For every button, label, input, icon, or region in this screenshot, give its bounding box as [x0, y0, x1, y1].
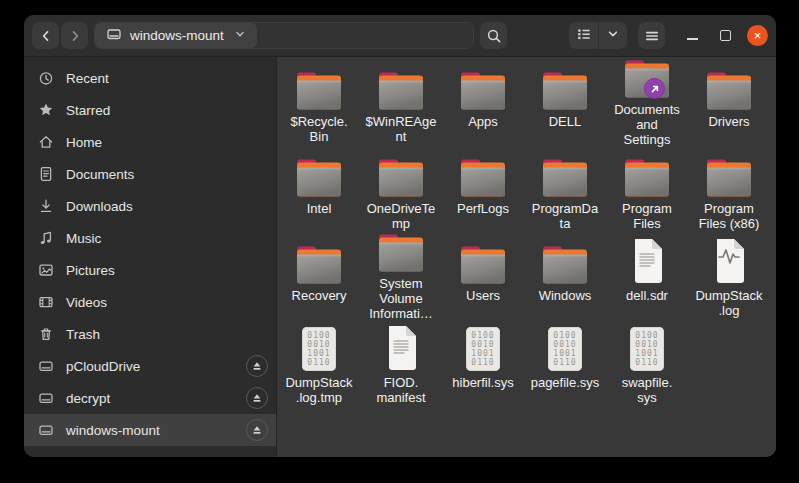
view-options-dropdown-button[interactable]: [598, 22, 627, 49]
file-label: swapfile. sys: [622, 375, 673, 405]
back-button[interactable]: [32, 22, 59, 49]
eject-button[interactable]: [246, 387, 268, 409]
file-item[interactable]: System Volume Informati…: [360, 234, 442, 321]
file-item[interactable]: Users: [442, 234, 524, 321]
file-label: Program Files: [622, 201, 672, 231]
file-item[interactable]: 0100 0010 1001 0110 swapfile. sys: [606, 321, 688, 408]
text-file-icon: [629, 238, 665, 284]
path-label: windows-mount: [130, 28, 224, 43]
sidebar-item-label: Recent: [66, 71, 109, 86]
binary-file-icon: 0100 0010 1001 0110: [302, 327, 336, 371]
sidebar-item-label: decrypt: [66, 391, 110, 406]
file-item[interactable]: DELL: [524, 60, 606, 147]
folder-icon: [460, 246, 506, 284]
sidebar-item-music[interactable]: Music: [24, 222, 276, 254]
sidebar-item-pclouddrive[interactable]: pCloudDrive: [24, 350, 276, 382]
sidebar-item-trash[interactable]: Trash: [24, 318, 276, 350]
sidebar-item-recent[interactable]: Recent: [24, 62, 276, 94]
folder-icon: [542, 159, 588, 197]
hamburger-menu-button[interactable]: [638, 22, 665, 49]
binary-file-icon: 0100 0010 1001 0110: [548, 327, 582, 371]
folder-icon: [460, 159, 506, 197]
folder-icon: [296, 159, 342, 197]
maximize-button[interactable]: [714, 22, 736, 49]
current-location-button[interactable]: windows-mount: [95, 23, 257, 48]
sidebar-item-label: windows-mount: [66, 423, 160, 438]
file-item[interactable]: OneDriveTe mp: [360, 147, 442, 234]
sidebar-item-label: Downloads: [66, 199, 133, 214]
file-item[interactable]: Intel: [278, 147, 360, 234]
drive-icon: [38, 390, 54, 406]
download-icon: [38, 198, 54, 214]
file-item[interactable]: ProgramDa ta: [524, 147, 606, 234]
eject-icon: [251, 360, 263, 372]
list-view-button[interactable]: [569, 22, 598, 49]
file-item[interactable]: FIOD. manifest: [360, 321, 442, 408]
file-item[interactable]: 0100 0010 1001 0110 hiberfil.sys: [442, 321, 524, 408]
search-icon: [486, 28, 502, 44]
sidebar-item-label: Home: [66, 135, 102, 150]
folder-icon: [378, 72, 424, 110]
sidebar-item-documents[interactable]: Documents: [24, 158, 276, 190]
file-item[interactable]: Program Files: [606, 147, 688, 234]
file-item[interactable]: 0100 0010 1001 0110 pagefile.sys: [524, 321, 606, 408]
sidebar-item-decrypt[interactable]: decrypt: [24, 382, 276, 414]
chevron-right-icon: [67, 28, 83, 44]
file-item[interactable]: Documents and Settings: [606, 60, 688, 147]
file-label: Program Files (x86): [699, 201, 760, 231]
view-toggle-split-button: [569, 22, 627, 49]
close-button[interactable]: ×: [747, 25, 768, 46]
file-label: pagefile.sys: [531, 375, 600, 390]
file-grid[interactable]: $Recycle. Bin $WinREAge nt Apps DELL Doc…: [277, 57, 776, 457]
file-label: DumpStack .log: [695, 288, 762, 318]
file-label: hiberfil.sys: [452, 375, 513, 390]
file-label: PerfLogs: [457, 201, 509, 216]
file-label: Users: [466, 288, 500, 303]
file-item[interactable]: Program Files (x86): [688, 147, 770, 234]
file-item[interactable]: PerfLogs: [442, 147, 524, 234]
sidebar-item-starred[interactable]: Starred: [24, 94, 276, 126]
file-item[interactable]: 0100 0010 1001 0110 DumpStack .log.tmp: [278, 321, 360, 408]
file-item[interactable]: $WinREAge nt: [360, 60, 442, 147]
text-file-icon: [383, 325, 419, 371]
file-item[interactable]: Recovery: [278, 234, 360, 321]
eject-button[interactable]: [246, 355, 268, 377]
forward-button[interactable]: [61, 22, 88, 49]
minimize-button[interactable]: [681, 22, 703, 49]
binary-file-icon: 0100 0010 1001 0110: [466, 327, 500, 371]
sidebar-item-pictures[interactable]: Pictures: [24, 254, 276, 286]
file-item[interactable]: $Recycle. Bin: [278, 60, 360, 147]
sidebar-item-home[interactable]: Home: [24, 126, 276, 158]
sidebar-item-label: Documents: [66, 167, 134, 182]
log-file-icon: [711, 238, 747, 284]
file-label: Drivers: [708, 114, 749, 129]
file-item[interactable]: Drivers: [688, 60, 770, 147]
folder-icon: [378, 234, 424, 272]
path-bar[interactable]: windows-mount: [94, 22, 474, 49]
file-item[interactable]: DumpStack .log: [688, 234, 770, 321]
file-label: dell.sdr: [626, 288, 668, 303]
file-manager-window: windows-mount ×: [24, 15, 776, 457]
chevron-left-icon: [38, 28, 54, 44]
file-item[interactable]: Apps: [442, 60, 524, 147]
file-label: ProgramDa ta: [532, 201, 598, 231]
eject-button[interactable]: [246, 419, 268, 441]
video-icon: [38, 294, 54, 310]
music-note-icon: [38, 230, 54, 246]
sidebar-item-windows-mount[interactable]: windows-mount: [24, 414, 276, 446]
sidebar-item-downloads[interactable]: Downloads: [24, 190, 276, 222]
hamburger-menu-icon: [644, 28, 660, 44]
trash-icon: [38, 326, 54, 342]
folder-icon: [706, 72, 752, 110]
search-button[interactable]: [480, 22, 507, 49]
file-label: Apps: [468, 114, 498, 129]
sidebar-item-videos[interactable]: Videos: [24, 286, 276, 318]
file-item[interactable]: dell.sdr: [606, 234, 688, 321]
folder-icon: [460, 72, 506, 110]
header-bar: windows-mount ×: [24, 15, 776, 57]
folder-icon: [542, 72, 588, 110]
file-item[interactable]: Windows: [524, 234, 606, 321]
file-label: Documents and Settings: [614, 102, 680, 147]
sidebar-item-label: Videos: [66, 295, 107, 310]
header-right-cluster: ×: [569, 22, 768, 49]
